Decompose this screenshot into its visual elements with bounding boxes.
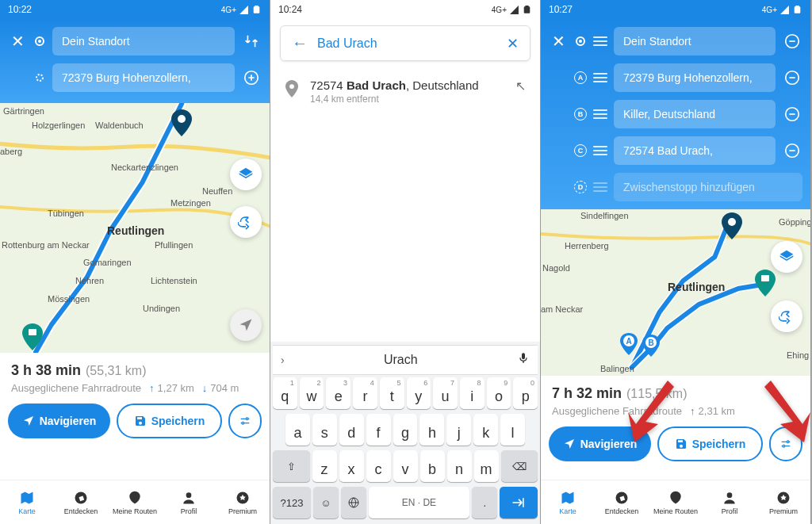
origin-field[interactable]: Dein Standort [614, 27, 776, 55]
key-j[interactable]: j [446, 414, 471, 446]
tab-premium[interactable]: Premium [756, 480, 810, 524]
remove-icon[interactable] [782, 67, 802, 88]
remove-icon[interactable] [782, 104, 802, 124]
drag-handle-icon[interactable] [593, 73, 607, 82]
key-shift[interactable]: ⇧ [273, 450, 310, 482]
key-emoji[interactable]: ☺ [313, 487, 339, 518]
tab-routen[interactable]: Meine Routen [649, 480, 703, 524]
key-e[interactable]: 3e [326, 377, 350, 409]
status-bar: 10:27 4G+ [541, 0, 810, 19]
key-g[interactable]: g [393, 414, 418, 446]
phone-3: 10:27 4G+ ✕ Dein Standort A 72379 Burg H… [541, 0, 811, 524]
ascent: 2,31 km [699, 405, 735, 417]
stop-a-field[interactable]: 72379 Burg Hohenzollern, [614, 63, 776, 92]
tab-bar: Karte Entdecken Meine Routen Profil Prem… [541, 480, 810, 524]
save-button[interactable]: Speichern [117, 404, 222, 438]
key-o[interactable]: 9o [487, 377, 511, 409]
annotation-arrow-icon [628, 381, 676, 447]
mic-icon[interactable] [517, 352, 530, 368]
svg-rect-22 [761, 275, 769, 281]
key-a[interactable]: a [285, 414, 310, 446]
clear-icon[interactable]: ✕ [507, 35, 519, 52]
add-stop-field[interactable]: Zwischenstopp hinzufügen [614, 173, 802, 201]
back-icon[interactable]: ← [292, 34, 308, 52]
key-i[interactable]: 8i [460, 377, 485, 409]
key-numbers[interactable]: ?123 [273, 487, 311, 518]
key-b[interactable]: b [420, 450, 445, 482]
map[interactable]: Sindelfingen Herrenberg Nagold Reutlinge… [541, 209, 810, 376]
key-m[interactable]: m [474, 450, 499, 482]
stop-a-pin-icon[interactable]: A [620, 333, 638, 355]
origin-dot-icon [33, 35, 46, 48]
swap-icon[interactable] [241, 31, 262, 52]
roundtrip-button[interactable] [771, 300, 802, 332]
origin-field[interactable]: Dein Standort [52, 27, 235, 55]
key-n[interactable]: n [447, 450, 472, 482]
ascent-icon: ↑ [149, 382, 155, 394]
key-r[interactable]: 4r [353, 377, 377, 409]
tab-entdecken[interactable]: Entdecken [54, 480, 108, 524]
insert-icon[interactable]: ↖ [515, 78, 526, 94]
key-h[interactable]: h [419, 414, 444, 446]
key-dot[interactable]: . [472, 487, 497, 518]
map[interactable]: Gärtringen Holzgerlingen Waldenbuch Neck… [0, 103, 270, 353]
key-y[interactable]: 6y [407, 377, 431, 409]
dest-pin-icon[interactable] [722, 212, 742, 239]
navigate-button[interactable]: Navigieren [8, 404, 110, 438]
stop-c-field[interactable]: 72574 Bad Urach, [614, 136, 776, 165]
settings-button[interactable] [228, 404, 262, 438]
ascent-icon: ↑ [690, 405, 695, 417]
key-globe[interactable] [341, 487, 366, 518]
key-q[interactable]: 1q [273, 377, 297, 409]
key-d[interactable]: d [339, 414, 364, 446]
layers-button[interactable] [230, 159, 262, 190]
tab-profil[interactable]: Profil [162, 480, 216, 524]
tab-entdecken[interactable]: Entdecken [595, 480, 649, 524]
clock: 10:24 [278, 4, 302, 15]
stop-b-badge: B [574, 108, 587, 120]
key-w[interactable]: 2w [300, 377, 324, 409]
drag-handle-icon[interactable] [593, 146, 607, 155]
key-enter[interactable] [500, 487, 538, 518]
suggestion[interactable]: Urach [285, 353, 517, 367]
close-icon[interactable]: ✕ [8, 32, 27, 51]
roundtrip-button[interactable] [230, 206, 262, 238]
stop-b-field[interactable]: Killer, Deutschland [614, 100, 776, 128]
stop-c-pin-icon[interactable] [755, 270, 776, 296]
remove-icon[interactable] [782, 31, 802, 52]
tab-karte[interactable]: Karte [0, 480, 54, 524]
key-backspace[interactable]: ⌫ [501, 450, 538, 482]
key-z[interactable]: z [312, 450, 337, 482]
key-s[interactable]: s [312, 414, 337, 446]
key-x[interactable]: x [339, 450, 364, 482]
drag-handle-icon[interactable] [593, 36, 607, 46]
tab-premium[interactable]: Premium [216, 480, 270, 524]
close-icon[interactable]: ✕ [549, 32, 568, 51]
drag-handle-icon[interactable] [593, 109, 607, 119]
key-c[interactable]: c [366, 450, 391, 482]
key-v[interactable]: v [393, 450, 418, 482]
locate-button[interactable] [230, 309, 262, 341]
layers-button[interactable] [771, 241, 802, 273]
key-t[interactable]: 5t [380, 377, 404, 409]
search-result[interactable]: 72574 Bad Urach, Deutschland 14,4 km ent… [270, 67, 540, 116]
dest-field[interactable]: 72379 Burg Hohenzollern, [52, 63, 235, 92]
key-k[interactable]: k [473, 414, 498, 446]
tab-profil[interactable]: Profil [703, 480, 756, 524]
search-bar: ← ✕ [280, 25, 530, 61]
dest-pin-icon[interactable] [171, 109, 192, 136]
key-p[interactable]: 0p [513, 377, 538, 409]
tab-routen[interactable]: Meine Routen [108, 480, 162, 524]
key-f[interactable]: f [366, 414, 391, 446]
tab-karte[interactable]: Karte [541, 480, 595, 524]
origin-pin-icon[interactable] [22, 323, 43, 350]
key-l[interactable]: l [500, 414, 525, 446]
add-stop-icon[interactable] [241, 67, 262, 88]
stop-d-badge: D [574, 181, 587, 193]
remove-icon[interactable] [782, 140, 802, 161]
key-u[interactable]: 7u [433, 377, 458, 409]
search-input[interactable] [317, 36, 497, 51]
stop-b-pin-icon[interactable]: B [642, 335, 660, 357]
svg-rect-4 [0, 103, 270, 352]
key-space[interactable]: EN · DE [369, 487, 470, 518]
